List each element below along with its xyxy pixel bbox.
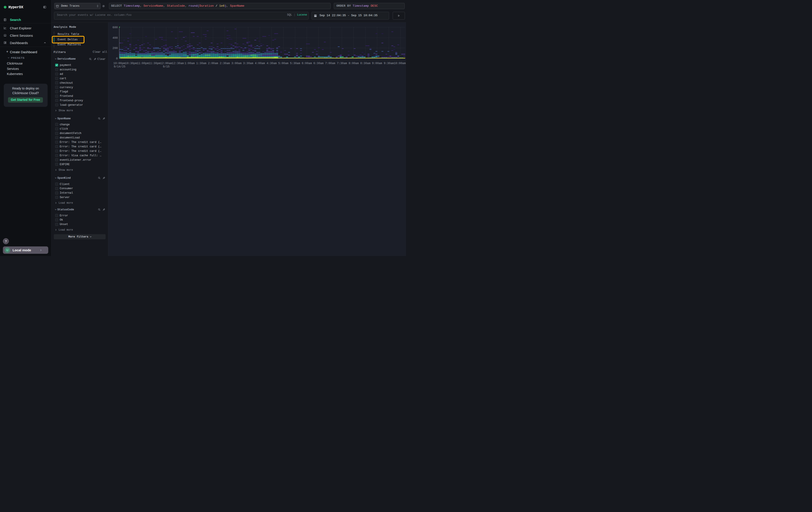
svg-text:10:00am: 10:00am: [394, 62, 406, 65]
svg-text:400: 400: [113, 36, 118, 39]
svg-text:3:00am: 3:00am: [231, 62, 241, 65]
svg-text:11:30pm: 11:30pm: [148, 62, 160, 65]
svg-text:9/15: 9/15: [163, 65, 169, 68]
svg-text:0: 0: [116, 57, 118, 60]
svg-text:2:00am: 2:00am: [208, 62, 218, 65]
svg-text:10:00pm: 10:00pm: [113, 62, 125, 65]
svg-text:6:30am: 6:30am: [313, 62, 323, 65]
svg-text:11:00pm: 11:00pm: [137, 62, 148, 65]
svg-text:9/14/25: 9/14/25: [114, 65, 125, 68]
svg-text:7:30am: 7:30am: [337, 62, 347, 65]
svg-text:5:00am: 5:00am: [278, 62, 288, 65]
svg-text:600: 600: [113, 26, 118, 29]
svg-text:10:30pm: 10:30pm: [125, 62, 137, 65]
svg-text:9:30am: 9:30am: [383, 62, 394, 65]
svg-text:12:30am: 12:30am: [172, 62, 184, 65]
svg-text:8:30am: 8:30am: [360, 62, 371, 65]
svg-text:4:30am: 4:30am: [266, 62, 277, 65]
svg-text:5:30am: 5:30am: [290, 62, 300, 65]
svg-text:1:00am: 1:00am: [184, 62, 195, 65]
svg-text:1:30am: 1:30am: [196, 62, 206, 65]
svg-text:12:00am: 12:00am: [160, 62, 172, 65]
svg-text:200: 200: [113, 47, 118, 50]
svg-text:8:00am: 8:00am: [348, 62, 359, 65]
svg-text:2:30am: 2:30am: [220, 62, 230, 65]
svg-text:4:00am: 4:00am: [255, 62, 265, 65]
svg-text:3:30am: 3:30am: [243, 62, 253, 65]
svg-text:7:00am: 7:00am: [325, 62, 335, 65]
svg-text:6:00am: 6:00am: [301, 62, 312, 65]
svg-text:9:00am: 9:00am: [372, 62, 382, 65]
